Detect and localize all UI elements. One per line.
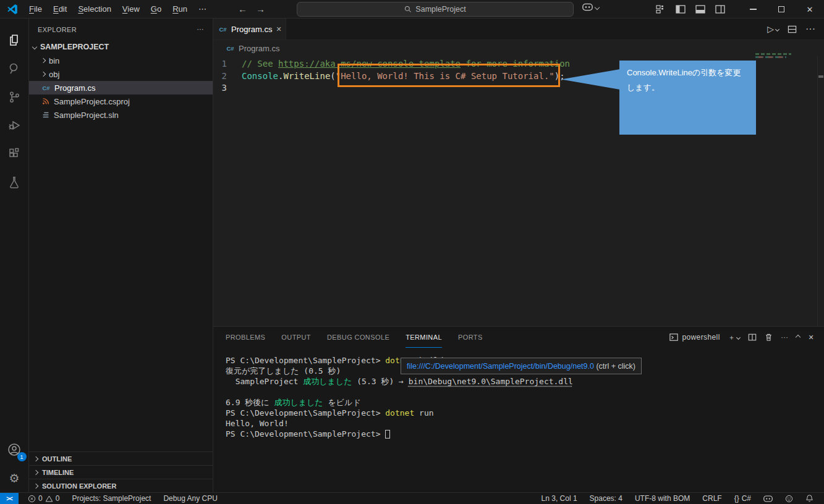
eol-label: CRLF: [702, 494, 721, 503]
eol-status[interactable]: CRLF: [698, 493, 726, 504]
section-outline[interactable]: OUTLINE: [29, 452, 213, 465]
split-editor-icon[interactable]: [788, 25, 797, 34]
tab-program-cs[interactable]: C# Program.cs ✕: [213, 19, 286, 40]
section-timeline[interactable]: TIMELINE: [29, 465, 213, 479]
problems-status[interactable]: 0 0: [23, 493, 64, 504]
file-label: SampleProject.csproj: [54, 97, 130, 106]
file-label: SampleProject.sln: [54, 111, 119, 120]
run-debug-view-icon[interactable]: [0, 111, 29, 140]
folder-label: bin: [49, 56, 59, 65]
accounts-button[interactable]: 1: [0, 435, 29, 464]
menu-file[interactable]: File: [23, 2, 48, 16]
tab-problems[interactable]: PROBLEMS: [226, 327, 265, 348]
tab-terminal[interactable]: TERMINAL: [406, 327, 442, 348]
breadcrumb[interactable]: C# Program.cs: [213, 40, 824, 56]
toggle-panel-icon[interactable]: [695, 4, 705, 14]
minimap[interactable]: [755, 53, 791, 59]
run-dropdown-chevron-icon: [775, 27, 779, 31]
command-center-search[interactable]: SampleProject: [297, 2, 574, 17]
bottom-panel: PROBLEMS OUTPUT DEBUG CONSOLE TERMINAL P…: [213, 326, 824, 492]
highlight-annotation-box: [338, 64, 560, 87]
section-label: OUTLINE: [42, 455, 72, 463]
scrollbar-thumb[interactable]: [818, 75, 823, 78]
tree-item-bin[interactable]: bin: [29, 54, 213, 67]
tree-item-sln[interactable]: SampleProject.sln: [29, 108, 213, 122]
tooltip-hint: (ctrl + click): [594, 362, 635, 371]
terminal-line: Hello, World!: [226, 418, 824, 429]
copilot-status[interactable]: [759, 493, 777, 504]
close-panel-icon[interactable]: ✕: [808, 334, 814, 342]
chevron-right-icon: [33, 483, 38, 488]
go-forward-icon[interactable]: →: [256, 4, 265, 14]
split-terminal-icon[interactable]: [748, 333, 757, 342]
projects-label: Projects: SampleProject: [72, 494, 151, 503]
tab-ports[interactable]: PORTS: [458, 327, 483, 348]
cursor-position-status[interactable]: Ln 3, Col 1: [537, 493, 582, 504]
explorer-view-icon[interactable]: [0, 26, 29, 54]
feedback-status[interactable]: [781, 493, 797, 504]
sidebar-sections: OUTLINE TIMELINE SOLUTION EXPLORER: [29, 452, 213, 492]
tab-output[interactable]: OUTPUT: [281, 327, 311, 348]
toggle-primary-sidebar-icon[interactable]: [676, 4, 686, 14]
panel-more-actions-icon[interactable]: ···: [781, 334, 788, 341]
customize-layout-icon[interactable]: [656, 4, 666, 14]
main-area: 1 ⚙ EXPLORER ⋯ SAMPLEPROJECT bin: [0, 19, 824, 492]
tree-item-program-cs[interactable]: C# Program.cs: [29, 81, 213, 94]
tab-debug-console[interactable]: DEBUG CONSOLE: [327, 327, 389, 348]
tooltip-link[interactable]: file:///C:/Development/SampleProject/bin…: [407, 362, 594, 371]
menu-run[interactable]: Run: [167, 2, 193, 16]
encoding-status[interactable]: UTF-8 with BOM: [631, 493, 694, 504]
tree-item-obj[interactable]: obj: [29, 67, 213, 81]
settings-gear-button[interactable]: ⚙: [0, 464, 29, 492]
maximize-panel-chevron-icon[interactable]: [796, 335, 801, 340]
line-number: 1: [213, 58, 242, 70]
error-icon: [28, 495, 36, 503]
menu-view[interactable]: View: [117, 2, 145, 16]
menu-selection[interactable]: Selection: [72, 2, 116, 16]
copilot-button[interactable]: [582, 3, 599, 11]
tree-root-sampleproject[interactable]: SAMPLEPROJECT: [29, 40, 213, 54]
explorer-more-actions-icon[interactable]: ⋯: [197, 25, 204, 33]
csharp-file-icon: C#: [226, 44, 235, 53]
section-label: SOLUTION EXPLORER: [42, 482, 116, 490]
menu-edit[interactable]: Edit: [48, 2, 72, 16]
close-window-button[interactable]: ✕: [796, 0, 824, 19]
terminal-name-label: powershell: [682, 333, 720, 342]
csharp-file-icon: C#: [218, 25, 227, 34]
editor-more-actions-icon[interactable]: ···: [805, 23, 815, 35]
notifications-status[interactable]: [801, 493, 818, 504]
activity-bar: 1 ⚙: [0, 19, 29, 492]
new-terminal-button[interactable]: ＋: [728, 333, 740, 342]
projects-status[interactable]: Projects: SampleProject: [67, 493, 155, 504]
terminal-instance-tab[interactable]: powershell: [669, 333, 720, 342]
indentation-status[interactable]: Spaces: 4: [585, 493, 627, 504]
language-label: C#: [742, 494, 751, 503]
close-tab-icon[interactable]: ✕: [276, 25, 281, 33]
search-view-icon[interactable]: [0, 54, 29, 83]
bell-icon: [805, 494, 813, 503]
extensions-view-icon[interactable]: [0, 140, 29, 168]
toggle-secondary-sidebar-icon[interactable]: [715, 4, 725, 14]
terminal-line: SampleProject 成功しました (5.3 秒) → bin\Debug…: [226, 376, 824, 387]
copilot-icon: [582, 3, 593, 11]
minimize-icon: [750, 9, 757, 9]
menu-go[interactable]: Go: [145, 2, 167, 16]
tree-item-csproj[interactable]: SampleProject.csproj: [29, 94, 213, 108]
run-button[interactable]: ▷: [767, 24, 779, 34]
remote-indicator[interactable]: ><: [0, 493, 19, 504]
minimize-button[interactable]: [739, 0, 767, 19]
accounts-badge: 1: [17, 452, 27, 461]
vscode-logo-icon: [6, 3, 19, 15]
editor-scrollbar[interactable]: [817, 56, 824, 326]
kill-terminal-trash-icon[interactable]: [765, 333, 773, 342]
terminal-file-link[interactable]: bin\Debug\net9.0\SampleProject.dll: [409, 377, 573, 386]
menu-more-icon[interactable]: ⋯: [193, 2, 212, 16]
source-control-view-icon[interactable]: [0, 83, 29, 111]
chevron-right-icon: [41, 72, 46, 77]
language-mode-status[interactable]: {} C#: [730, 493, 755, 504]
testing-view-icon[interactable]: [0, 168, 29, 196]
section-solution-explorer[interactable]: SOLUTION EXPLORER: [29, 479, 213, 492]
maximize-button[interactable]: [767, 0, 796, 19]
build-config-status[interactable]: Debug Any CPU: [159, 493, 221, 504]
go-back-icon[interactable]: ←: [238, 4, 247, 14]
